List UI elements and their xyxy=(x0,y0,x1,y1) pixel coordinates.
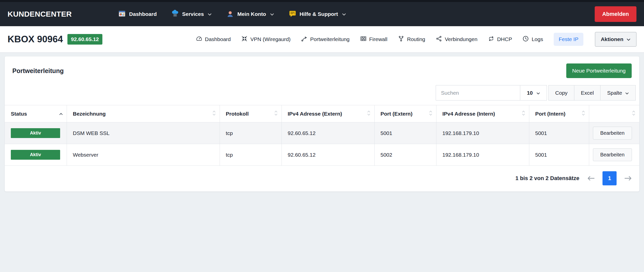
action-cell: Bearbeiten xyxy=(589,144,639,166)
subnav-item-label: Logs xyxy=(532,36,543,42)
column-header-port-extern[interactable]: Port (Extern) xyxy=(374,105,436,122)
subnav-item-label: Verbindungen xyxy=(445,36,477,42)
topnav-item-dashboard[interactable]: Dashboard xyxy=(118,10,157,19)
column-header-actions[interactable] xyxy=(589,105,639,122)
column-label: Port (Extern) xyxy=(381,111,413,117)
subnav-item-label: Portweiterleitung xyxy=(310,36,349,42)
table-toolbar: 10 Copy Excel Spalte xyxy=(5,84,639,105)
column-header-bezeichnung[interactable]: Bezeichnung xyxy=(67,105,220,122)
ip-extern-cell: 92.60.65.12 xyxy=(281,144,374,166)
sort-icon xyxy=(521,110,526,118)
pagination-prev-arrow-icon[interactable] xyxy=(587,175,595,181)
main-content: Portweiterleitung Neue Portweiterleitung… xyxy=(0,53,644,195)
subnav-item-dashboard[interactable]: Dashboard xyxy=(196,36,231,43)
excel-button[interactable]: Excel xyxy=(574,85,600,100)
table-header-row: Status Bezeichnung xyxy=(5,105,639,122)
edit-button[interactable]: Bearbeiten xyxy=(593,148,632,161)
window-top-edge xyxy=(0,0,644,2)
export-button-group: Copy Excel Spalte xyxy=(548,85,636,100)
records-info: 1 bis 2 von 2 Datensätze xyxy=(515,175,579,182)
chevron-down-icon xyxy=(208,11,212,17)
port-extern-cell: 5001 xyxy=(374,122,436,144)
chevron-down-icon xyxy=(342,11,346,17)
sort-icon xyxy=(367,110,371,118)
subnav-item-dhcp[interactable]: DHCP xyxy=(488,36,512,43)
repeat-icon xyxy=(488,36,494,43)
subnav-item-label: Firewall xyxy=(369,36,387,42)
action-cell: Bearbeiten xyxy=(589,122,639,144)
bricks-icon xyxy=(360,36,367,43)
subnav-item-vpn[interactable]: VPN (Wiregaurd) xyxy=(241,36,291,43)
topnav-item-label: Hilfe & Support xyxy=(300,11,338,17)
user-icon xyxy=(226,10,234,19)
sort-icon xyxy=(274,110,278,118)
portweiterleitung-card: Portweiterleitung Neue Portweiterleitung… xyxy=(5,56,639,192)
sort-icon xyxy=(632,110,636,118)
edit-button[interactable]: Bearbeiten xyxy=(593,127,632,140)
protocol-cell: tcp xyxy=(220,122,281,144)
search-input[interactable] xyxy=(436,85,520,100)
sort-icon xyxy=(429,110,433,118)
top-nav-menu: Dashboard Services xyxy=(118,10,346,19)
name-cell: DSM WEB SSL xyxy=(67,122,220,144)
column-header-port-intern[interactable]: Port (Intern) xyxy=(529,105,589,122)
table-row: Aktiv DSM WEB SSL tcp 92.60.65.12 5001 1… xyxy=(5,122,639,144)
subnav-item-label: Routing xyxy=(407,36,425,42)
chevron-down-icon xyxy=(270,11,274,17)
sort-icon xyxy=(581,110,585,118)
device-name: KBOX 90964 xyxy=(8,34,63,45)
protocol-cell: tcp xyxy=(220,144,281,166)
help-chat-icon: ? xyxy=(289,10,296,19)
subnav-item-label: DHCP xyxy=(497,36,512,42)
column-header-ipv4-extern[interactable]: IPv4 Adresse (Extern) xyxy=(281,105,374,122)
ip-extern-cell: 92.60.65.12 xyxy=(281,122,374,144)
app-brand: KUNDENCENTER xyxy=(8,10,72,18)
topnav-item-label: Mein Konto xyxy=(237,11,266,17)
aktionen-label: Aktionen xyxy=(601,36,623,42)
chevron-down-icon xyxy=(626,36,631,42)
subnav-item-portweiterleitung[interactable]: Portweiterleitung xyxy=(301,36,349,43)
copy-button[interactable]: Copy xyxy=(548,85,574,100)
topnav-item-hilfe-support[interactable]: ? Hilfe & Support xyxy=(289,10,346,19)
clock-icon xyxy=(522,36,529,43)
subnav-item-logs[interactable]: Logs xyxy=(522,36,543,43)
status-cell: Aktiv xyxy=(5,144,67,166)
column-header-protokoll[interactable]: Protokoll xyxy=(220,105,281,122)
aktionen-dropdown-button[interactable]: Aktionen xyxy=(595,32,636,47)
table-footer: 1 bis 2 von 2 Datensätze 1 xyxy=(5,166,639,191)
column-label: IPv4 Adresse (Intern) xyxy=(442,111,495,117)
pagination-next-arrow-icon[interactable] xyxy=(624,175,632,181)
port-extern-cell: 5002 xyxy=(374,144,436,166)
subnav-item-routing[interactable]: Routing xyxy=(398,36,425,43)
svg-text:?: ? xyxy=(294,13,295,15)
top-navbar: KUNDENCENTER Dashboard xyxy=(0,2,644,26)
port-intern-cell: 5001 xyxy=(529,144,589,166)
pagination-page-1[interactable]: 1 xyxy=(602,171,617,185)
topnav-item-services[interactable]: Services xyxy=(171,10,212,19)
branch-icon xyxy=(398,36,404,43)
column-label: IPv4 Adresse (Extern) xyxy=(288,111,342,117)
logout-button[interactable]: Abmelden xyxy=(595,6,636,22)
column-label: Bezeichnung xyxy=(73,111,106,117)
page-title: Portweiterleitung xyxy=(12,67,64,75)
device-nav-menu: Dashboard VPN (Wiregaurd) xyxy=(196,32,637,47)
subnav-item-label: Dashboard xyxy=(205,36,231,42)
column-header-ipv4-intern[interactable]: IPv4 Adresse (Intern) xyxy=(436,105,529,122)
column-header-status[interactable]: Status xyxy=(5,105,67,122)
column-label: Protokoll xyxy=(226,111,249,117)
subnav-item-firewall[interactable]: Firewall xyxy=(360,36,387,43)
page-size-select[interactable]: 10 xyxy=(520,85,547,100)
topnav-item-mein-konto[interactable]: Mein Konto xyxy=(226,10,274,19)
name-cell: Webserver xyxy=(67,144,220,166)
topnav-item-label: Dashboard xyxy=(129,11,157,17)
subnav-item-verbindungen[interactable]: Verbindungen xyxy=(436,36,477,43)
sort-asc-icon xyxy=(59,111,63,117)
port-intern-cell: 5001 xyxy=(529,122,589,144)
device-header: KBOX 90964 92.60.65.12 xyxy=(8,34,102,45)
columns-dropdown-button[interactable]: Spalte xyxy=(600,85,636,100)
arrow-up-right-icon xyxy=(301,36,307,43)
subnav-item-feste-ip[interactable]: Feste IP xyxy=(554,33,583,46)
new-portforward-button[interactable]: Neue Portweiterleitung xyxy=(566,63,632,78)
chevron-down-icon xyxy=(536,90,540,96)
ip-intern-cell: 192.168.179.10 xyxy=(436,144,529,166)
